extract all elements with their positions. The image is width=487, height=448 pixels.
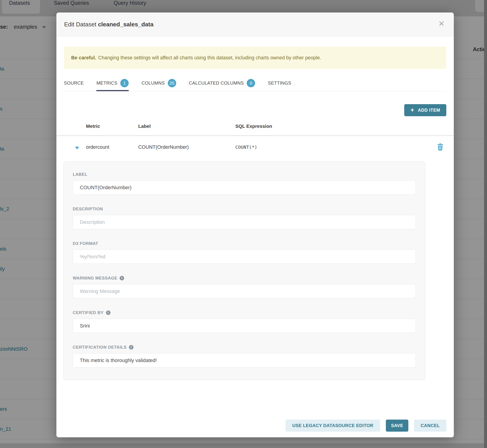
warning-message-input[interactable]: [73, 284, 416, 298]
add-item-label: ADD ITEM: [418, 108, 440, 113]
field-label-caption: LABEL: [73, 172, 416, 177]
modal-footer: USE LEGACY DATASOURCE EDITOR SAVE CANCEL: [56, 414, 454, 437]
field-caption-text: D3 FORMAT: [73, 241, 98, 246]
trash-icon[interactable]: [437, 144, 443, 152]
metric-label: COUNT(OrderNumber): [138, 144, 189, 150]
cancel-button[interactable]: CANCEL: [414, 420, 446, 432]
field-caption-text: WARNING MESSAGE: [73, 276, 117, 281]
metric-name: ordercount: [86, 144, 109, 150]
tab-source[interactable]: SOURCE: [64, 75, 84, 91]
field-certified-by: CERTIFIED BY: [73, 310, 416, 333]
tab-label: COLUMNS: [141, 80, 165, 86]
tab-columns[interactable]: COLUMNS 25: [141, 75, 176, 91]
plus-icon: +: [410, 107, 414, 113]
field-description: DESCRIPTION: [73, 207, 416, 229]
warning-banner-bold: Be careful.: [71, 55, 96, 61]
tab-label: METRICS: [96, 80, 117, 86]
field-label-caption: CERTIFICATION DETAILS: [73, 345, 416, 350]
modal-tabs: SOURCE METRICS 1 COLUMNS 25 CALCULATED C…: [64, 75, 446, 91]
modal-header: Edit Dataset cleaned_sales_data ✕: [56, 13, 454, 37]
field-label-caption: D3 FORMAT: [73, 241, 416, 246]
description-input[interactable]: [73, 215, 416, 229]
warning-banner-text: Changing these settings will affect all …: [98, 55, 321, 61]
field-label-caption: WARNING MESSAGE: [73, 276, 416, 281]
collapse-caret-icon[interactable]: [75, 147, 79, 149]
metrics-table-header: Metric Label SQL Expression: [56, 123, 454, 133]
calculated-columns-count-badge: 0: [247, 79, 255, 87]
metric-detail-panel: LABEL DESCRIPTION D3 FORMAT WARNING MESS…: [64, 161, 425, 380]
modal-title: Edit Dataset cleaned_sales_data: [64, 21, 153, 28]
field-caption-text: LABEL: [73, 172, 88, 177]
info-icon[interactable]: [106, 310, 111, 315]
field-label-caption: CERTIFIED BY: [73, 310, 416, 315]
field-certification-details: CERTIFICATION DETAILS: [73, 345, 416, 368]
tab-label: SOURCE: [64, 80, 84, 86]
close-icon[interactable]: ✕: [438, 20, 445, 28]
field-warning-message: WARNING MESSAGE: [73, 276, 416, 298]
field-label-caption: DESCRIPTION: [73, 207, 416, 211]
warning-banner: Be careful. Changing these settings will…: [64, 47, 446, 69]
table-header-divider: [56, 135, 454, 136]
field-label: LABEL: [73, 172, 416, 195]
header-sql-expression: SQL Expression: [235, 123, 272, 129]
field-caption-text: CERTIFIED BY: [73, 310, 104, 315]
tab-calculated-columns[interactable]: CALCULATED COLUMNS 0: [189, 75, 255, 91]
tab-label: CALCULATED COLUMNS: [189, 80, 244, 86]
label-input[interactable]: [73, 180, 416, 195]
tab-label: SETTINGS: [268, 80, 291, 86]
tab-metrics[interactable]: METRICS 1: [96, 75, 129, 91]
field-d3-format: D3 FORMAT: [73, 241, 416, 264]
info-icon[interactable]: [129, 345, 134, 350]
modal-title-dataset-name: cleaned_sales_data: [98, 21, 153, 28]
screen: Datasets Saved Queries Query History se:…: [0, 0, 487, 448]
field-caption-text: DESCRIPTION: [73, 207, 103, 211]
tab-settings[interactable]: SETTINGS: [268, 75, 291, 91]
add-item-button[interactable]: + ADD ITEM: [404, 104, 446, 116]
header-metric: Metric: [86, 123, 100, 129]
edit-dataset-modal: Edit Dataset cleaned_sales_data ✕ Be car…: [56, 13, 454, 437]
metrics-count-badge: 1: [120, 79, 129, 87]
d3-format-input[interactable]: [73, 249, 416, 264]
save-button[interactable]: SAVE: [386, 420, 408, 432]
modal-title-prefix: Edit Dataset: [64, 21, 96, 28]
info-icon[interactable]: [120, 276, 124, 280]
certified-by-input[interactable]: [73, 319, 416, 333]
use-legacy-datasource-editor-button[interactable]: USE LEGACY DATASOURCE EDITOR: [286, 420, 380, 432]
metric-sql-expression: COUNT(*): [235, 144, 257, 150]
certification-details-input[interactable]: [73, 353, 416, 368]
columns-count-badge: 25: [168, 79, 176, 87]
field-caption-text: CERTIFICATION DETAILS: [73, 345, 127, 350]
header-label: Label: [138, 123, 151, 129]
metric-row: ordercount COUNT(OrderNumber) COUNT(*): [56, 138, 454, 159]
